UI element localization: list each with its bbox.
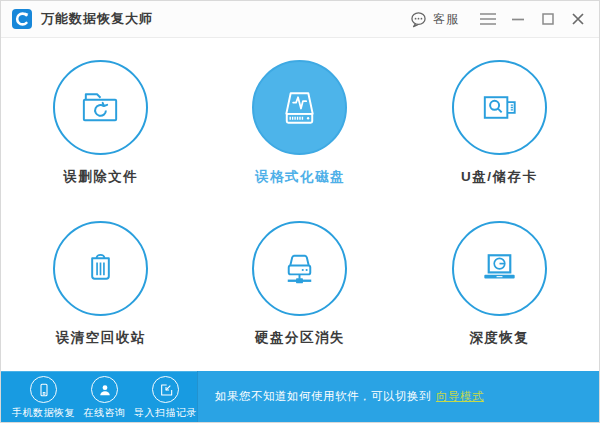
wizard-hint-panel: 如果您不知道如何使用软件，可以切换到 向导模式: [197, 371, 599, 422]
chat-bubble-icon: [409, 10, 428, 29]
feature-label: 误清空回收站: [56, 329, 146, 347]
titlebar: 万能数据恢复大师 客服: [1, 1, 599, 38]
feature-recycle-bin[interactable]: 误清空回收站: [1, 204, 200, 366]
action-label: 在线咨询: [84, 406, 126, 420]
maximize-icon: [542, 13, 554, 25]
feature-label: U盘/储存卡: [461, 168, 538, 186]
feature-deep-recovery[interactable]: 深度恢复: [400, 204, 599, 366]
action-label: 导入扫描记录: [134, 406, 197, 420]
person-icon: [91, 376, 118, 403]
folder-recycle-icon: [53, 60, 148, 155]
app-title: 万能数据恢复大师: [41, 10, 153, 28]
import-record-icon: [152, 376, 179, 403]
bottom-actions: 手机数据恢复 在线咨询: [1, 371, 197, 422]
laptop-scan-icon: [452, 221, 547, 316]
formatted-disk-icon: [252, 60, 347, 155]
feature-formatted-disk[interactable]: 误格式化磁盘: [200, 42, 399, 204]
feature-label: 误格式化磁盘: [255, 168, 345, 186]
network-disk-icon: [252, 221, 347, 316]
usb-search-icon: [452, 60, 547, 155]
wizard-hint-text: 如果您不知道如何使用软件，可以切换到: [215, 389, 431, 404]
app-logo-icon: [12, 9, 32, 29]
action-label: 手机数据恢复: [12, 406, 75, 420]
online-support-button[interactable]: 在线咨询: [74, 376, 135, 422]
feature-label: 误删除文件: [63, 168, 138, 186]
feature-usb-storage[interactable]: U盘/储存卡: [400, 42, 599, 204]
minimize-icon: [511, 18, 525, 21]
bottom-bar: 手机数据恢复 在线咨询: [1, 371, 599, 422]
wizard-mode-link[interactable]: 向导模式: [436, 389, 484, 404]
maximize-button[interactable]: [533, 1, 563, 37]
feature-label: 硬盘分区消失: [255, 329, 345, 347]
phone-recovery-button[interactable]: 手机数据恢复: [13, 376, 74, 422]
menu-button[interactable]: [473, 1, 503, 37]
customer-support-label: 客服: [433, 11, 459, 28]
recovery-mode-grid: 误删除文件 误格式化磁盘: [1, 38, 599, 371]
app-window: 万能数据恢复大师 客服: [0, 0, 600, 423]
feature-deleted-files[interactable]: 误删除文件: [1, 42, 200, 204]
close-icon: [572, 13, 584, 25]
import-scan-record-button[interactable]: 导入扫描记录: [135, 376, 196, 422]
customer-support-button[interactable]: 客服: [409, 10, 459, 29]
close-button[interactable]: [563, 1, 593, 37]
feature-label: 深度恢复: [469, 329, 529, 347]
feature-lost-partition[interactable]: 硬盘分区消失: [200, 204, 399, 366]
trash-bin-icon: [53, 221, 148, 316]
minimize-button[interactable]: [503, 1, 533, 37]
phone-icon: [30, 376, 57, 403]
hamburger-menu-icon: [479, 12, 497, 26]
